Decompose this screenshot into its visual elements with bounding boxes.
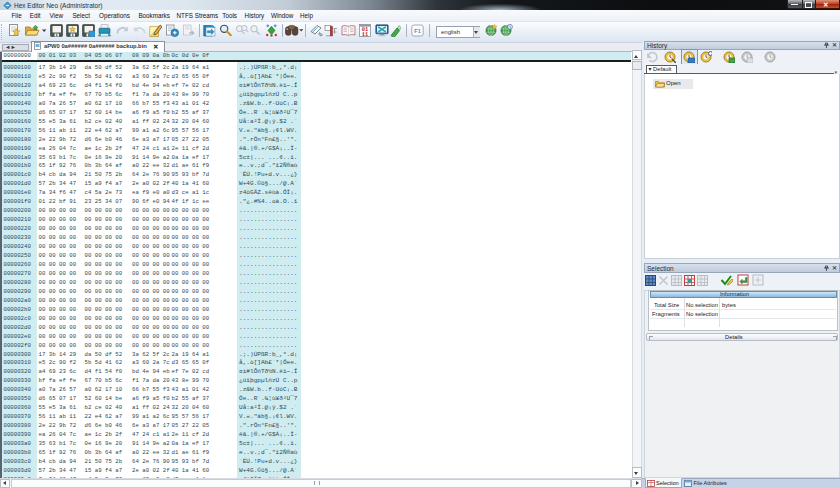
svg-text:11: 11	[361, 32, 367, 37]
svg-text:F1: F1	[414, 28, 420, 34]
